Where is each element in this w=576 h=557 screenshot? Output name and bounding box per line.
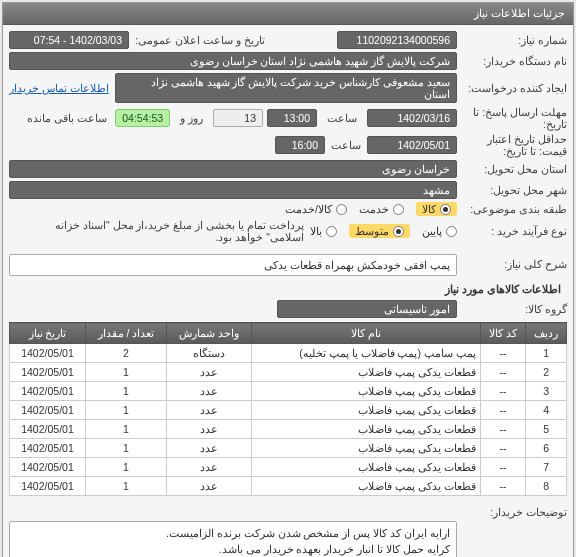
requester-name: سعید مشعوفی کارشناس خرید شرکت پالایش گاز…	[115, 73, 457, 103]
public-datetime: 1402/03/03 - 07:54	[9, 31, 129, 49]
cell-row: 2	[526, 363, 567, 382]
cell-date: 1402/05/01	[10, 420, 86, 439]
cell-row: 5	[526, 420, 567, 439]
cell-date: 1402/05/01	[10, 477, 86, 496]
cell-date: 1402/05/01	[10, 382, 86, 401]
cell-name: قطعات یدکی پمپ فاضلاب	[252, 439, 481, 458]
cell-qty: 1	[85, 439, 166, 458]
radio-dot-icon	[393, 226, 404, 237]
label-requester: ایجاد کننده درخواست:	[457, 82, 567, 94]
cell-code: --	[480, 439, 526, 458]
table-row[interactable]: 5--قطعات یدکی پمپ فاضلابعدد11402/05/01	[10, 420, 567, 439]
table-row[interactable]: 7--قطعات یدکی پمپ فاضلابعدد11402/05/01	[10, 458, 567, 477]
radio-goods-label: کالا	[422, 203, 436, 215]
label-day: روز و	[174, 112, 209, 124]
payment-note: پرداخت تمام یا بخشی از مبلغ خرید،از محل …	[9, 219, 310, 243]
cell-unit: دستگاه	[167, 344, 252, 363]
cell-unit: عدد	[167, 363, 252, 382]
cell-code: --	[480, 363, 526, 382]
cell-code: --	[480, 401, 526, 420]
radio-both-label: کالا/خدمت	[285, 203, 332, 215]
need-number: 1102092134000596	[337, 31, 457, 49]
desc-line: ارایه ایران کد کالا پس از مشخص شدن شرکت …	[16, 526, 450, 542]
label-remain: ساعت باقی مانده	[27, 112, 107, 124]
cell-date: 1402/05/01	[10, 439, 86, 458]
cell-code: --	[480, 458, 526, 477]
cell-name: قطعات یدکی پمپ فاضلاب	[252, 401, 481, 420]
details-panel: جزئیات اطلاعات نیاز شماره نیاز: 11020921…	[2, 2, 574, 557]
panel-title: جزئیات اطلاعات نیاز	[3, 3, 573, 25]
countdown-timer: 04:54:53	[115, 109, 170, 127]
label-city: شهر محل تحویل:	[457, 184, 567, 196]
city: مشهد	[9, 181, 457, 199]
radio-service[interactable]: خدمت	[359, 203, 404, 215]
cell-name: قطعات یدکی پمپ فاضلاب	[252, 363, 481, 382]
table-row[interactable]: 8--قطعات یدکی پمپ فاضلابعدد11402/05/01	[10, 477, 567, 496]
cell-row: 1	[526, 344, 567, 363]
radio-mid-label: متوسط	[355, 225, 389, 237]
table-row[interactable]: 1--پمپ سامپ (پمپ فاضلاب یا پمپ تخلیه)دست…	[10, 344, 567, 363]
buyer-description: ارایه ایران کد کالا پس از مشخص شدن شرکت …	[9, 521, 457, 557]
cell-qty: 1	[85, 401, 166, 420]
valid-date: 1402/05/01	[367, 136, 457, 154]
table-row[interactable]: 4--قطعات یدکی پمپ فاضلابعدد11402/05/01	[10, 401, 567, 420]
province: خراسان رضوی	[9, 160, 457, 178]
deadline-date: 1402/03/16	[367, 109, 457, 127]
radio-low[interactable]: پایین	[422, 225, 457, 237]
cell-qty: 1	[85, 382, 166, 401]
cell-unit: عدد	[167, 458, 252, 477]
label-category: طبقه بندی موضوعی:	[457, 203, 567, 215]
cell-row: 6	[526, 439, 567, 458]
th-qty: تعداد / مقدار	[85, 323, 166, 344]
cell-qty: 2	[85, 344, 166, 363]
deadline-time: 13:00	[267, 109, 317, 127]
label-public-dt: تاریخ و ساعت اعلان عمومی:	[129, 34, 271, 46]
days-remaining: 13	[213, 109, 263, 127]
th-code: کد کالا	[480, 323, 526, 344]
radio-dot-icon	[393, 204, 404, 215]
cell-qty: 1	[85, 363, 166, 382]
radio-both[interactable]: کالا/خدمت	[285, 203, 347, 215]
table-row[interactable]: 2--قطعات یدکی پمپ فاضلابعدد11402/05/01	[10, 363, 567, 382]
cell-name: قطعات یدکی پمپ فاضلاب	[252, 382, 481, 401]
label-group: گروه کالا:	[457, 303, 567, 315]
th-date: تاریخ نیاز	[10, 323, 86, 344]
label-deadline: مهلت ارسال پاسخ: تا تاریخ:	[457, 106, 567, 130]
radio-low-label: پایین	[422, 225, 442, 237]
label-hour2: ساعت	[325, 139, 367, 151]
label-need-no: شماره نیاز:	[457, 34, 567, 46]
label-province: استان محل تحویل:	[457, 163, 567, 175]
cell-qty: 1	[85, 458, 166, 477]
radio-high[interactable]: بالا	[310, 225, 337, 237]
category-radios: کالا خدمت کالا/خدمت	[285, 202, 457, 216]
cell-code: --	[480, 344, 526, 363]
cell-name: قطعات یدکی پمپ فاضلاب	[252, 477, 481, 496]
label-buyer: نام دستگاه خریدار:	[457, 55, 567, 67]
cell-name: قطعات یدکی پمپ فاضلاب	[252, 420, 481, 439]
cell-row: 7	[526, 458, 567, 477]
cell-unit: عدد	[167, 439, 252, 458]
radio-goods[interactable]: کالا	[416, 202, 457, 216]
buyer-name: شرکت پالایش گاز شهید هاشمی نژاد استان خر…	[9, 52, 457, 70]
valid-time: 16:00	[275, 136, 325, 154]
cell-unit: عدد	[167, 420, 252, 439]
cell-unit: عدد	[167, 477, 252, 496]
radio-mid[interactable]: متوسط	[349, 224, 410, 238]
cell-date: 1402/05/01	[10, 401, 86, 420]
radio-dot-icon	[446, 226, 457, 237]
contact-link[interactable]: اطلاعات تماس خریدار	[9, 82, 109, 94]
goods-info-title: اطلاعات کالاهای مورد نیاز	[9, 279, 567, 300]
label-hour1: ساعت	[321, 112, 363, 124]
cell-qty: 1	[85, 477, 166, 496]
cell-row: 4	[526, 401, 567, 420]
cell-code: --	[480, 420, 526, 439]
goods-group: امور تاسیساتی	[277, 300, 457, 318]
cell-qty: 1	[85, 420, 166, 439]
goods-table: ردیف کد کالا نام کالا واحد شمارش تعداد /…	[9, 322, 567, 496]
label-valid: حداقل تاریخ اعتبار قیمت: تا تاریخ:	[457, 133, 567, 157]
table-row[interactable]: 3--قطعات یدکی پمپ فاضلابعدد11402/05/01	[10, 382, 567, 401]
table-row[interactable]: 6--قطعات یدکی پمپ فاضلابعدد11402/05/01	[10, 439, 567, 458]
radio-dot-icon	[336, 204, 347, 215]
label-buytype: نوع فرآیند خرید :	[457, 225, 567, 237]
label-buyer-desc: توضیحات خریدار:	[457, 502, 567, 518]
